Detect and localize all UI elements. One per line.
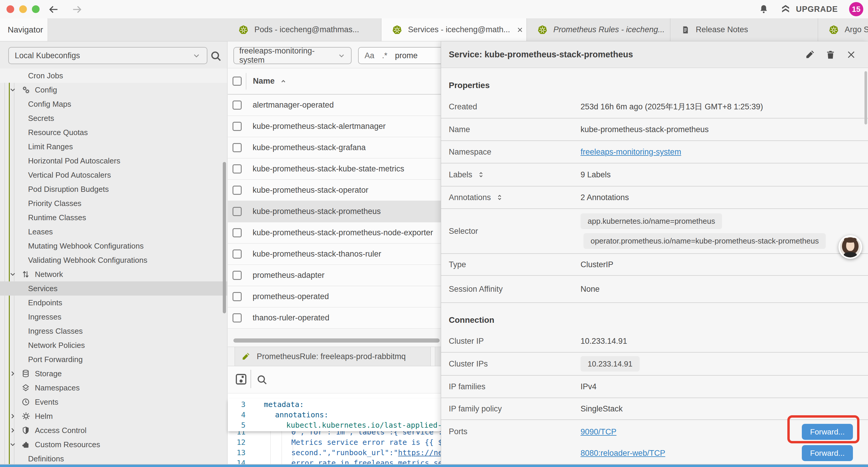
sidebar-item-validating-webhook-configurations[interactable]: Validating Webhook Configurations [0,253,227,267]
edit-pencil-icon[interactable] [805,50,815,60]
row-checkbox[interactable] [232,313,242,322]
sidebar-item-definitions[interactable]: Definitions [0,451,227,464]
table-row-alertmanager-operated[interactable]: alertmanager-operated [228,95,453,116]
sidebar-item-limit-ranges[interactable]: Limit Ranges [0,140,227,154]
document-icon [681,25,690,34]
table-row-kube-prometheus-stack-prometheus-node-exporter[interactable]: kube-prometheus-stack-prometheus-node-ex… [228,222,453,243]
namespace-selector[interactable]: freeleaps-monitoring-system [234,47,351,64]
port-link[interactable]: 8080:reloader-web/TCP [581,449,665,458]
namespace-link[interactable]: freeleaps-monitoring-system [581,147,681,156]
table-search-input[interactable]: Aa .* prome [358,47,450,64]
sidebar-item-secrets[interactable]: Secrets [0,111,227,125]
row-checkbox[interactable] [232,122,242,131]
delete-trash-icon[interactable] [826,50,836,60]
close-icon[interactable] [846,50,856,60]
row-checkbox[interactable] [232,100,242,110]
sidebar-item-vertical-pod-autoscalers[interactable]: Vertical Pod Autoscalers [0,168,227,182]
regex-toggle[interactable]: .* [382,51,387,60]
select-all-checkbox[interactable] [232,77,242,86]
resource-tree: Cron JobsConfigConfig MapsSecretsResourc… [0,68,227,464]
sidebar-item-mutating-webhook-configurations[interactable]: Mutating Webhook Configurations [0,239,227,253]
sidebar-item-leases[interactable]: Leases [0,225,227,239]
notification-count-badge[interactable]: 15 [849,2,863,16]
upgrade-button[interactable]: UPGRADE [780,4,838,15]
table-row-kube-prometheus-stack-alertmanager[interactable]: kube-prometheus-stack-alertmanager [228,116,453,137]
sidebar-item-config-maps[interactable]: Config Maps [0,97,227,111]
port-link[interactable]: 9090/TCP [581,428,617,437]
row-checkbox[interactable] [232,143,242,152]
row-checkbox[interactable] [232,292,242,301]
sidebar-item-storage[interactable]: Storage [0,367,227,381]
table-row-kube-prometheus-stack-operator[interactable]: kube-prometheus-stack-operator [228,180,453,201]
chevron-down-icon[interactable] [9,85,21,94]
sidebar-item-horizontal-pod-autoscalers[interactable]: Horizontal Pod Autoscalers [0,154,227,168]
chevron-right-icon[interactable] [9,369,21,378]
table-row-kube-prometheus-stack-kube-state-metrics[interactable]: kube-prometheus-stack-kube-state-metrics [228,158,453,180]
row-checkbox[interactable] [232,185,242,195]
sidebar-item-network[interactable]: Network [0,267,227,282]
table-row-prometheus-operated[interactable]: prometheus-operated [228,286,453,308]
sidebar-item-namespaces[interactable]: Namespaces [0,381,227,395]
runbook-url-link[interactable]: https://net [398,448,447,457]
row-checkbox[interactable] [232,164,242,174]
sidebar-search-icon[interactable] [210,50,222,62]
sidebar-item-cron-jobs[interactable]: Cron Jobs [0,68,227,83]
table-row-thanos-ruler-operated[interactable]: thanos-ruler-operated [228,308,453,329]
notifications-bell-icon[interactable] [759,4,769,14]
table-row-prometheus-adapter[interactable]: prometheus-adapter [228,265,453,286]
forward-button[interactable]: Forward... [802,424,853,440]
close-window-button[interactable] [6,5,14,13]
table-row-kube-prometheus-stack-grafana[interactable]: kube-prometheus-stack-grafana [228,137,453,158]
minimize-window-button[interactable] [19,5,27,13]
close-tab-icon[interactable] [516,26,524,34]
save-icon[interactable] [234,372,248,386]
sidebar-item-ingress-classes[interactable]: Ingress Classes [0,324,227,338]
kubernetes-icon [392,25,402,35]
sidebar-item-priority-classes[interactable]: Priority Classes [0,196,227,210]
chevron-right-icon[interactable] [9,412,21,420]
yaml-editor[interactable]: 110","for":"1m","labels":{"service":12Me… [228,393,453,467]
tab-argo-se[interactable]: Argo Se [818,18,868,41]
chevron-right-icon[interactable] [9,426,21,435]
chevron-down-icon[interactable] [9,440,21,449]
user-avatar[interactable] [838,235,862,259]
sidebar-item-config[interactable]: Config [0,83,227,97]
sidebar-item-port-forwarding[interactable]: Port Forwarding [0,352,227,367]
sidebar-item-services[interactable]: Services [0,282,227,296]
forward-arrow-icon[interactable] [72,4,83,15]
sidebar-item-custom-resources[interactable]: Custom Resources [0,437,227,451]
kubeconfig-selector[interactable]: Local Kubeconfigs [8,47,208,64]
forward-button[interactable]: Forward... [802,445,853,461]
row-checkbox[interactable] [232,250,242,259]
row-checkbox[interactable] [232,228,242,237]
editor-search-icon[interactable] [256,374,268,385]
sidebar-item-network-policies[interactable]: Network Policies [0,338,227,352]
tab-prometheus-rules-icecheng[interactable]: Prometheus Rules - icecheng... [527,18,670,41]
match-case-toggle[interactable]: Aa [365,51,374,60]
expand-updown-icon[interactable] [496,194,503,201]
sidebar-item-runtime-classes[interactable]: Runtime Classes [0,210,227,225]
sidebar-item-helm[interactable]: Helm [0,409,227,423]
sidebar-item-endpoints[interactable]: Endpoints [0,296,227,310]
expand-updown-icon[interactable] [477,171,485,178]
tab-pods-icecheng-mathmas[interactable]: Pods - icecheng@mathmas... [228,18,381,41]
drawer-scrollbar[interactable] [864,71,867,124]
row-checkbox[interactable] [232,207,242,216]
sidebar-item-pod-disruption-budgets[interactable]: Pod Disruption Budgets [0,182,227,196]
table-row-kube-prometheus-stack-prometheus[interactable]: kube-prometheus-stack-prometheus [228,201,453,222]
table-row-kube-prometheus-stack-thanos-ruler[interactable]: kube-prometheus-stack-thanos-ruler [228,243,453,265]
editor-tab-prometheusrule[interactable]: PrometheusRule: freeleaps-prod-rabbitmq [235,347,431,366]
chevron-down-icon[interactable] [9,270,21,279]
sidebar-item-ingresses[interactable]: Ingresses [0,310,227,324]
sidebar-item-events[interactable]: Events [0,395,227,409]
maximize-window-button[interactable] [32,5,39,13]
sidebar-item-access-control[interactable]: Access Control [0,423,227,437]
sidebar-item-resource-quotas[interactable]: Resource Quotas [0,125,227,140]
row-checkbox[interactable] [232,271,242,280]
tab-services-icecheng-math[interactable]: Services - icecheng@math... [381,18,527,41]
back-arrow-icon[interactable] [48,4,59,15]
name-column-header[interactable]: Name [253,77,287,86]
tab-release-notes[interactable]: Release Notes [670,18,818,41]
table-horizontal-scrollbar[interactable] [234,339,440,343]
sidebar-scrollbar[interactable] [223,162,226,313]
